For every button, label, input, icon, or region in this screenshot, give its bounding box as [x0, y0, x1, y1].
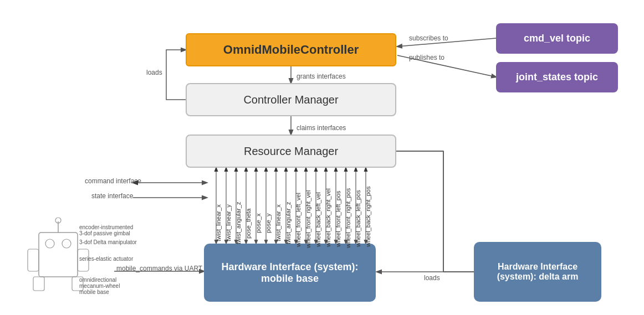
mobile-commands-label: mobile_commands via UART: [116, 265, 202, 272]
cmd-vel-topic-box: cmd_vel topic: [496, 23, 618, 54]
iface-wheel-back-left-vel: wheel_back_left_vel: [315, 192, 321, 247]
iface-wheel-front-right-vel: wheel_front_right_vel: [305, 190, 311, 248]
hw-delta-label: Hardware Interface (system): delta arm: [497, 262, 579, 282]
robot-label-gimbal: encoder-instrumented: [79, 224, 133, 230]
svg-rect-30: [33, 277, 44, 291]
robot-label-omni: omnidirectional: [79, 277, 116, 283]
iface-wheel-front-right-pos: wheel_front_right_pos: [345, 188, 351, 248]
resource-manager-label: Resource Manager: [244, 145, 338, 158]
robot-label-elastic: series-elastic actuator: [79, 256, 133, 262]
hw-mobile-box: Hardware Interface (system): mobile base: [204, 244, 376, 302]
iface-wheel-front-left-vel: wheel_front_left_vel: [295, 193, 301, 247]
joint-states-topic-box: joint_states topic: [496, 62, 618, 92]
claims-interfaces-label: claims interfaces: [297, 124, 346, 132]
controller-manager-label: Controller Manager: [243, 94, 338, 106]
resource-manager-box: Resource Manager: [186, 135, 396, 168]
robot-label-base: mobile base: [79, 289, 109, 295]
iface-twist-angular-z: twist_angular_z: [235, 202, 242, 244]
iface-twist-linear-x: twist_linear_x: [215, 204, 222, 241]
cmd-vel-label: cmd_vel topic: [524, 33, 590, 44]
robot-label-delta: 3-dof Delta manipulator: [79, 239, 137, 245]
iface-wheel-front-left-pos: wheel_front_left_pos: [335, 190, 341, 247]
robot-label-mecanum: mecanum-wheel: [79, 283, 120, 289]
loads-right-label: loads: [424, 274, 440, 282]
iface-wheel-back-left-pos: wheel_back_left_pos: [355, 190, 361, 247]
svg-rect-26: [28, 249, 39, 271]
iface-wheel-back-right-vel: wheel_back_right_vel: [325, 188, 331, 247]
iface-pose-theta: pose_theta: [245, 209, 252, 239]
svg-point-28: [45, 239, 54, 248]
iface-pose-y: pose_y: [265, 214, 272, 233]
robot-label-gimbal2: 3-dof passive gimbal: [79, 230, 130, 236]
hw-delta-box: Hardware Interface (system): delta arm: [474, 242, 601, 302]
grants-interfaces-label: grants interfaces: [297, 73, 346, 80]
iface-twist-angular-z2: twist_angular_z: [285, 202, 292, 244]
omnid-mobile-controller-box: OmnidMobileController: [186, 33, 396, 66]
loads-label: loads: [146, 69, 162, 76]
command-interface-label: command interface: [85, 177, 141, 185]
omnid-label: OmnidMobileController: [223, 43, 359, 57]
hw-mobile-label: Hardware Interface (system): mobile base: [221, 261, 358, 285]
controller-manager-box: Controller Manager: [186, 83, 396, 116]
svg-point-29: [62, 239, 71, 248]
iface-twist-linear-y: twist_linear_y: [225, 204, 232, 241]
iface-pose-x: pose_x: [255, 214, 262, 233]
joint-states-label: joint_states topic: [516, 71, 598, 83]
subscribes-to-label: subscribes to: [409, 34, 448, 42]
publishes-to-label: publishes to: [409, 54, 444, 61]
svg-rect-25: [39, 233, 78, 277]
iface-twist-linear-x2: twist_linear_x: [275, 204, 282, 241]
state-interface-label: state interface: [91, 192, 133, 200]
iface-wheel-back-right-pos: wheel_back_right_pos: [365, 187, 371, 247]
